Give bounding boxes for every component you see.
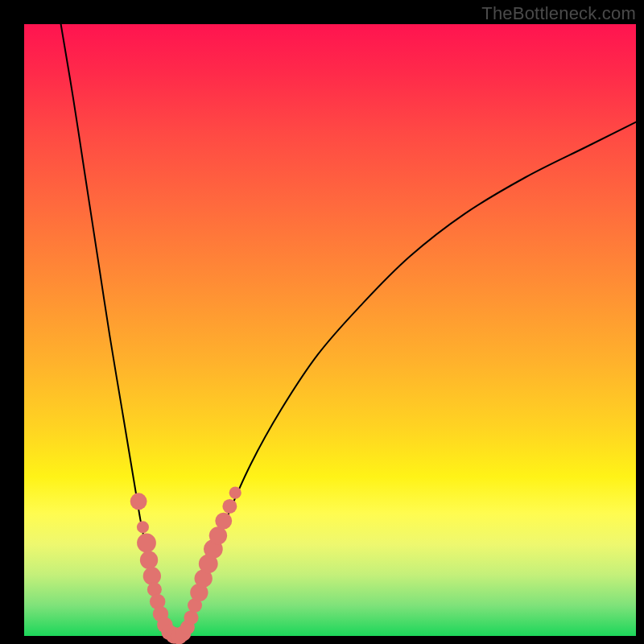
data-point — [137, 534, 156, 553]
data-point — [229, 487, 242, 499]
data-point — [215, 513, 232, 530]
data-point — [137, 521, 149, 533]
data-point — [184, 610, 198, 625]
chart-svg — [24, 24, 636, 636]
data-point — [130, 493, 147, 510]
plot-area — [24, 24, 636, 636]
data-point — [209, 526, 227, 544]
chart-frame: TheBottleneck.com — [0, 0, 644, 644]
data-point — [140, 551, 158, 569]
curve-right — [184, 122, 636, 636]
data-point — [143, 567, 161, 584]
watermark-text: TheBottleneck.com — [481, 3, 636, 24]
markers — [130, 487, 242, 644]
data-point — [222, 499, 237, 514]
curve-right-branch — [184, 122, 636, 636]
